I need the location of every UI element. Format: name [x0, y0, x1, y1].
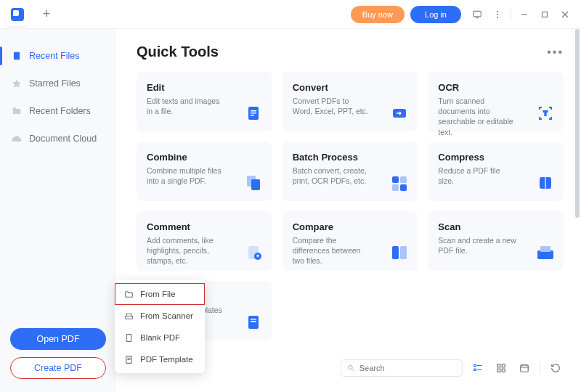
comment-icon — [245, 243, 264, 262]
sidebar-item-recent-files[interactable]: Recent Files — [0, 42, 116, 70]
svg-rect-11 — [251, 110, 256, 112]
tool-card-compress[interactable]: CompressReduce a PDF file size. — [428, 142, 564, 201]
card-description: Convert PDFs to Word, Excel, PPT, etc. — [293, 96, 371, 116]
svg-rect-27 — [257, 255, 258, 258]
svg-rect-31 — [540, 246, 550, 252]
create-pdf-menu: From FileFrom ScannerBlank PDFPDF Templa… — [115, 280, 205, 373]
svg-point-35 — [349, 365, 352, 369]
list-view-icon[interactable] — [470, 360, 486, 376]
scrollbar-thumb[interactable] — [575, 29, 580, 218]
sidebar-item-label: Recent Files — [29, 51, 79, 61]
feedback-icon[interactable] — [468, 6, 486, 23]
svg-rect-18 — [392, 176, 399, 183]
search-icon — [347, 364, 355, 372]
file-icon — [12, 51, 22, 61]
tool-card-scan[interactable]: ScanScan and create a new PDF file. — [428, 211, 564, 271]
search-input[interactable] — [359, 364, 456, 372]
svg-rect-21 — [400, 184, 407, 191]
card-title: Batch Process — [293, 152, 408, 163]
convert-icon — [390, 104, 409, 123]
sidebar-item-label: Recent Folders — [29, 106, 91, 116]
open-pdf-button[interactable]: Open PDF — [10, 328, 106, 350]
folder-icon — [123, 289, 134, 299]
login-button[interactable]: Log in — [410, 6, 461, 23]
template-icon — [123, 354, 134, 364]
edit-icon — [245, 104, 264, 123]
refresh-icon[interactable] — [548, 360, 564, 376]
minimize-button[interactable] — [514, 4, 535, 25]
tool-card-batch-process[interactable]: Batch ProcessBatch convert, create, prin… — [283, 142, 418, 201]
sidebar-item-recent-folders[interactable]: Recent Folders — [0, 97, 116, 125]
svg-rect-17 — [251, 179, 260, 190]
compress-icon — [536, 173, 555, 192]
create-pdf-button[interactable]: Create PDF — [10, 357, 106, 379]
menu-item-label: Blank PDF — [140, 333, 180, 342]
calendar-icon[interactable] — [516, 360, 532, 376]
buy-now-button[interactable]: Buy now — [351, 6, 405, 23]
scanner-icon — [123, 311, 134, 321]
svg-rect-33 — [251, 319, 256, 320]
card-title: Compress — [438, 152, 553, 163]
card-title: Comment — [147, 221, 262, 232]
svg-marker-9 — [12, 79, 21, 88]
scrollbar[interactable] — [575, 29, 580, 389]
tool-card-combine[interactable]: CombineCombine multiple files into a sin… — [137, 142, 272, 201]
titlebar: + Buy now Log in — [0, 0, 581, 29]
tool-card-convert[interactable]: ConvertConvert PDFs to Word, Excel, PPT,… — [283, 72, 418, 131]
card-description: Turn scanned documents into searchable o… — [438, 96, 516, 137]
svg-rect-49 — [125, 316, 132, 319]
kebab-menu-icon[interactable] — [489, 6, 506, 23]
svg-text:T: T — [543, 110, 548, 117]
svg-rect-50 — [126, 334, 131, 341]
svg-rect-12 — [251, 113, 256, 114]
card-title: Convert — [293, 82, 408, 93]
more-menu-icon[interactable]: ••• — [547, 46, 564, 59]
cloud-icon — [12, 134, 22, 144]
card-title: Compare — [293, 221, 408, 232]
svg-rect-19 — [400, 176, 407, 183]
star-icon — [12, 78, 22, 89]
tool-card-comment[interactable]: CommentAdd comments, like highlights, pe… — [137, 211, 272, 271]
svg-rect-28 — [392, 246, 399, 259]
card-description: Reduce a PDF file size. — [438, 166, 516, 186]
card-title: Scan — [438, 221, 553, 232]
svg-rect-0 — [474, 11, 482, 17]
combine-icon — [245, 173, 264, 192]
menu-item-blank-pdf[interactable]: Blank PDF — [115, 327, 205, 348]
tool-card-compare[interactable]: CompareCompare the differences between t… — [283, 211, 418, 271]
new-tab-button[interactable]: + — [36, 4, 57, 25]
svg-rect-34 — [251, 321, 256, 322]
svg-rect-37 — [474, 364, 476, 366]
svg-rect-13 — [251, 115, 254, 116]
close-button[interactable] — [555, 4, 575, 25]
svg-rect-45 — [521, 365, 529, 372]
svg-rect-43 — [497, 369, 500, 372]
svg-rect-20 — [392, 184, 399, 191]
tool-card-ocr[interactable]: OCRTurn scanned documents into searchabl… — [428, 72, 564, 131]
svg-rect-42 — [502, 364, 505, 367]
card-description: Batch convert, create, print, OCR PDFs, … — [293, 166, 371, 186]
svg-rect-23 — [545, 177, 546, 189]
template-icon — [245, 313, 264, 332]
svg-line-36 — [352, 369, 354, 370]
tool-card-edit[interactable]: EditEdit texts and images in a file. — [137, 72, 272, 131]
grid-view-icon[interactable] — [493, 360, 509, 376]
card-description: Scan and create a new PDF file. — [438, 235, 516, 256]
app-logo-tab[interactable] — [6, 3, 29, 26]
maximize-button[interactable] — [535, 4, 555, 25]
menu-item-label: From File — [140, 290, 176, 298]
card-title: Combine — [147, 152, 262, 163]
batch-icon — [390, 173, 409, 192]
sidebar-item-label: Starred Files — [29, 78, 81, 89]
sidebar-item-starred-files[interactable]: Starred Files — [0, 70, 116, 97]
menu-item-from-scanner[interactable]: From Scanner — [115, 305, 205, 327]
search-box[interactable] — [341, 359, 463, 377]
menu-item-from-file[interactable]: From File — [115, 283, 205, 305]
sidebar-item-document-cloud[interactable]: Document Cloud — [0, 125, 116, 152]
svg-rect-39 — [474, 369, 476, 370]
svg-rect-5 — [543, 12, 548, 17]
compare-icon — [390, 243, 409, 262]
svg-rect-32 — [248, 316, 259, 329]
menu-item-pdf-template[interactable]: PDF Template — [115, 348, 205, 370]
svg-point-3 — [497, 17, 498, 18]
